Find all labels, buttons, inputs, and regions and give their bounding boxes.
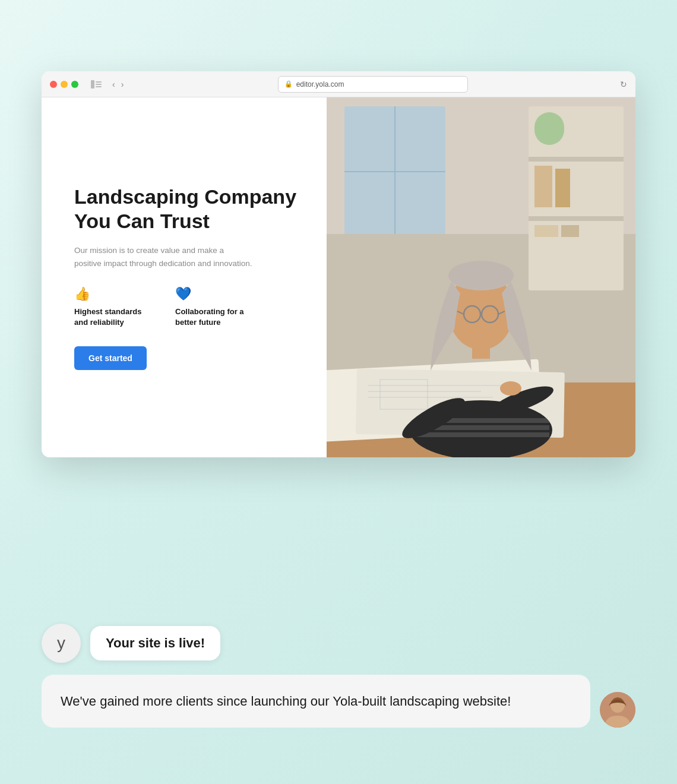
dot-minimize[interactable] xyxy=(61,81,68,88)
hero-image-area xyxy=(327,97,635,457)
user-avatar-image xyxy=(600,692,635,728)
website-left-panel: Landscaping Company You Can Trust Our mi… xyxy=(42,97,327,457)
svg-rect-16 xyxy=(561,225,579,237)
svg-rect-27 xyxy=(413,432,549,437)
browser-traffic-lights xyxy=(50,81,78,88)
site-live-bubble: Your site is live! xyxy=(90,626,220,660)
site-live-notification: y Your site is live! xyxy=(42,624,635,663)
browser-toolbar: ‹ › 🔒 editor.yola.com ↻ xyxy=(42,71,635,97)
svg-rect-13 xyxy=(555,169,570,207)
feature-label-1: Highest standards and reliability xyxy=(74,306,151,328)
feature-item-1: 👍 Highest standards and reliability xyxy=(74,286,151,328)
yola-avatar-letter: y xyxy=(57,634,65,653)
dot-close[interactable] xyxy=(50,81,57,88)
svg-point-33 xyxy=(448,261,514,290)
lock-icon: 🔒 xyxy=(284,80,293,88)
svg-rect-12 xyxy=(534,166,552,207)
svg-rect-2 xyxy=(96,84,102,85)
hero-image xyxy=(327,97,635,457)
hero-subtitle: Our mission is to create value and make … xyxy=(74,244,252,270)
back-button[interactable]: ‹ xyxy=(110,80,117,89)
feature-label-2: Collaborating for a better future xyxy=(175,306,252,328)
chat-area: y Your site is live! We've gained more c… xyxy=(42,624,635,728)
address-bar-container: 🔒 editor.yola.com xyxy=(131,76,614,93)
testimonial-row: We've gained more clients since launchin… xyxy=(42,675,635,728)
refresh-button[interactable]: ↻ xyxy=(620,80,627,89)
website-content: Landscaping Company You Can Trust Our mi… xyxy=(42,97,635,457)
testimonial-text: We've gained more clients since launchin… xyxy=(61,694,511,709)
svg-rect-15 xyxy=(534,225,558,237)
forward-button[interactable]: › xyxy=(119,80,126,89)
browser-nav-group: ‹ › xyxy=(110,80,125,89)
user-avatar xyxy=(600,692,635,728)
testimonial-bubble: We've gained more clients since launchin… xyxy=(42,675,590,728)
svg-rect-14 xyxy=(529,216,624,221)
features-row: 👍 Highest standards and reliability 💙 Co… xyxy=(74,286,297,328)
hero-title: Landscaping Company You Can Trust xyxy=(74,185,297,233)
svg-rect-10 xyxy=(534,112,564,145)
svg-rect-3 xyxy=(96,86,102,87)
feature-item-2: 💙 Collaborating for a better future xyxy=(175,286,252,328)
dot-maximize[interactable] xyxy=(71,81,78,88)
svg-point-30 xyxy=(500,381,521,396)
get-started-button[interactable]: Get started xyxy=(74,346,147,370)
sidebar-toggle-button[interactable] xyxy=(88,78,105,90)
yola-avatar: y xyxy=(42,624,81,663)
browser-window: ‹ › 🔒 editor.yola.com ↻ Landscaping Comp… xyxy=(42,71,635,457)
woman-svg xyxy=(327,97,635,457)
heart-icon: 💙 xyxy=(175,286,252,302)
svg-rect-11 xyxy=(529,157,624,162)
svg-rect-1 xyxy=(96,81,102,83)
address-bar[interactable]: 🔒 editor.yola.com xyxy=(278,76,468,93)
url-text: editor.yola.com xyxy=(296,80,344,88)
thumbs-up-icon: 👍 xyxy=(74,286,151,302)
svg-rect-0 xyxy=(91,80,94,88)
